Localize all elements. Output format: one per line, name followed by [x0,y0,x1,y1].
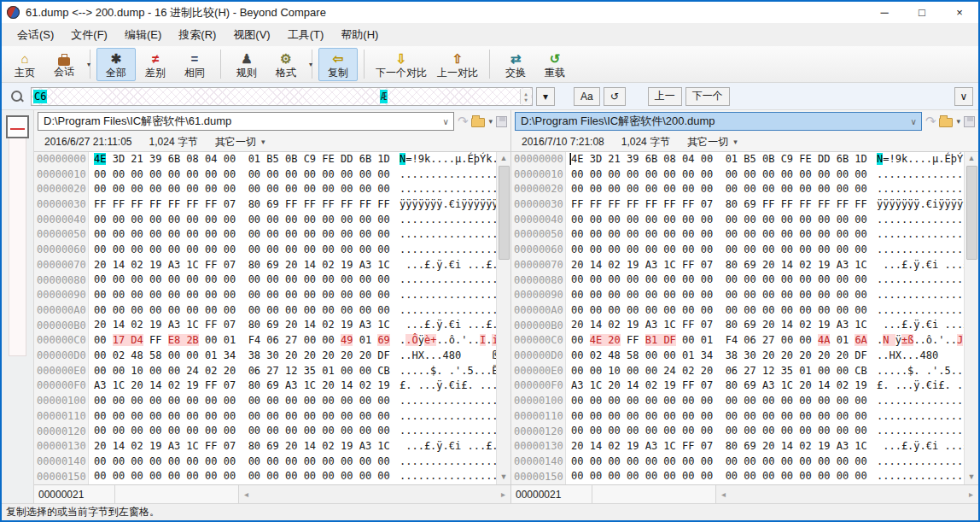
menu-item[interactable]: 视图(V) [225,24,278,46]
hex-row[interactable]: 20 14 02 19 A3 1C FF 07 80 69 20 14 02 1… [571,318,978,333]
hex-row[interactable]: 00 00 10 00 00 24 02 20 06 27 12 35 01 0… [571,364,978,379]
hex-row[interactable]: FF FF FF FF FF FF FF 07 80 69 FF FF FF F… [571,197,978,213]
session-button[interactable]: 会话▾ [44,48,84,81]
ascii-text[interactable]: .N ÿ±ß..ô.'..J.j [877,333,976,349]
home-button[interactable]: ⌂主页 [5,48,44,81]
hex-row[interactable]: 4E 3D 21 39 6B 08 04 00 01 B5 0B C9 FE D… [94,152,510,167]
chevron-down-icon[interactable]: ▾ [309,61,312,68]
ascii-text[interactable]: ...£.ÿ.€i ...£. [877,318,976,333]
ascii-text[interactable]: ...£.ÿ.€i ...£. [400,258,499,273]
hex-row[interactable]: 00 00 00 00 00 00 00 00 00 00 00 00 00 0… [571,288,978,303]
hex-bytes[interactable]: 00 00 00 00 00 00 00 00 00 00 00 00 00 0… [571,273,870,288]
ascii-text[interactable]: ................ [400,182,499,197]
scroll-left-icon[interactable]: ◂ [716,490,731,499]
ascii-text[interactable]: ..HX...480 ß [877,349,976,364]
match-case-button[interactable]: Aa [574,87,600,106]
hex-row[interactable]: 00 00 00 00 00 00 00 00 00 00 00 00 00 0… [94,469,510,484]
ascii-text[interactable]: ...£.ÿ.€i ...£. [877,439,976,455]
rules-button[interactable]: ♟规则 [227,48,266,81]
hex-bytes[interactable]: 20 14 02 19 A3 1C FF 07 80 69 20 14 02 1… [94,258,393,273]
folder-open-icon[interactable] [939,118,953,127]
hex-row[interactable]: 00 00 00 00 00 00 00 00 00 00 00 00 00 0… [571,243,978,258]
prev-diff-button[interactable]: ⇧上一对比 [432,48,483,81]
chevron-down-icon[interactable]: ∨ [911,117,917,126]
hex-bytes[interactable]: 00 17 D4 FF E8 2B 00 01 F4 06 27 00 00 4… [94,333,393,349]
menu-item[interactable]: 搜索(R) [170,24,225,46]
hex-row[interactable]: 00 00 00 00 00 00 00 00 00 00 00 00 00 0… [571,455,978,470]
left-horizontal-scrollbar[interactable]: ◂ ▸ [239,485,510,503]
hex-bytes[interactable]: 00 00 00 00 00 00 00 00 00 00 00 00 00 0… [94,409,393,425]
right-vertical-scrollbar[interactable]: ▲ ▼ [964,152,978,484]
ascii-text[interactable]: ................ [400,288,499,303]
hex-bytes[interactable]: 00 00 00 00 00 00 00 00 00 00 00 00 00 0… [571,167,870,183]
hex-bytes[interactable]: 00 00 00 00 00 00 00 00 00 00 00 00 00 0… [571,303,870,319]
hex-bytes[interactable]: 00 00 00 00 00 00 00 00 00 00 00 00 00 0… [571,243,870,258]
hex-row[interactable]: 20 14 02 19 A3 1C FF 07 80 69 20 14 02 1… [94,318,510,333]
hex-bytes[interactable]: 00 00 00 00 00 00 00 00 00 00 00 00 00 0… [94,227,393,243]
hex-bytes[interactable]: 00 00 00 00 00 00 00 00 00 00 00 00 00 0… [571,288,870,303]
hex-row[interactable]: 00 00 00 00 00 00 00 00 00 00 00 00 00 0… [571,167,978,183]
ascii-text[interactable]: ................ [877,455,976,470]
hex-row[interactable]: 00 00 00 00 00 00 00 00 00 00 00 00 00 0… [571,409,978,425]
ascii-text[interactable]: N=!9k....µ.ÉþÝk. [877,152,976,167]
hex-bytes[interactable]: 00 00 10 00 00 24 02 20 06 27 12 35 01 0… [94,364,393,379]
ascii-text[interactable]: .....$. .'.5...Ë [400,364,499,379]
hex-row[interactable]: 00 00 00 00 00 00 00 00 00 00 00 00 00 0… [94,167,510,183]
right-path-combo[interactable]: D:\Program Files\IC解密软件\200.dump ∨ [515,112,922,131]
copy-button[interactable]: ⇦复制 [318,48,358,81]
ascii-text[interactable]: .....$. .'.5...Ë [877,364,976,379]
menu-item[interactable]: 编辑(E) [116,24,170,46]
ascii-text[interactable]: ................ [400,424,499,439]
search-spinner[interactable]: ▲▼ [520,89,531,104]
hex-bytes[interactable]: 00 00 00 00 00 00 00 00 00 00 00 00 00 0… [94,167,393,183]
ascii-text[interactable]: ................ [400,455,499,470]
ascii-text[interactable]: ................ [400,213,499,228]
ascii-text[interactable]: N=!9k....µ.ÉþÝk. [400,152,499,167]
hex-bytes[interactable]: 4E 3D 21 39 6B 08 04 00 01 B5 0B C9 FE D… [571,152,870,167]
hex-row[interactable]: 20 14 02 19 A3 1C FF 07 80 69 20 14 02 1… [571,258,978,273]
ascii-text[interactable]: ................ [877,182,976,197]
menu-item[interactable]: 帮助(H) [332,24,387,46]
hex-row[interactable]: 00 00 00 00 00 00 00 00 00 00 00 00 00 0… [94,213,510,228]
hex-row[interactable]: 00 00 00 00 00 00 00 00 00 00 00 00 00 0… [94,273,510,288]
search-input[interactable]: C6 Æ ▲▼ [31,87,533,106]
hex-row[interactable]: 00 00 00 00 00 00 00 00 00 00 00 00 00 0… [94,227,510,243]
hex-row[interactable]: 00 00 00 00 00 00 00 00 00 00 00 00 00 0… [94,394,510,409]
folder-dropdown-icon[interactable]: ▾ [488,117,493,126]
hex-bytes[interactable]: 00 00 00 00 00 00 00 00 00 00 00 00 00 0… [94,182,393,197]
left-filter-dropdown[interactable]: 其它一切 ▾ [215,135,265,150]
hex-bytes[interactable]: 20 14 02 19 A3 1C FF 07 80 69 20 14 02 1… [94,439,393,455]
ascii-text[interactable]: ................ [877,243,976,258]
hex-bytes[interactable]: 00 00 00 00 00 00 00 00 00 00 00 00 00 0… [94,288,393,303]
scroll-down-icon[interactable]: ▼ [500,471,508,484]
scroll-right-icon[interactable]: ▸ [964,490,978,499]
scroll-up-icon[interactable]: ▲ [500,152,508,166]
all-button[interactable]: ✱全部 [96,48,136,81]
hex-bytes[interactable]: 20 14 02 19 A3 1C FF 07 80 69 20 14 02 1… [571,439,870,455]
format-button[interactable]: ⚙格式▾ [266,48,306,81]
hex-row[interactable]: 00 00 00 00 00 00 00 00 00 00 00 00 00 0… [94,182,510,197]
scroll-left-icon[interactable]: ◂ [239,490,254,499]
hex-bytes[interactable]: 00 00 00 00 00 00 00 00 00 00 00 00 00 0… [571,455,870,470]
hex-row[interactable]: 00 4E 20 FF B1 DF 00 01 F4 06 27 00 00 4… [571,333,978,349]
hex-bytes[interactable]: 00 00 10 00 00 24 02 20 06 27 12 35 01 0… [571,364,870,379]
ascii-text[interactable]: ...£.ÿ.€i ...£. [400,439,499,455]
ascii-text[interactable]: ..Ôÿè+..ô.'..I.i [400,333,499,349]
hex-bytes[interactable]: 20 14 02 19 A3 1C FF 07 80 69 20 14 02 1… [94,318,393,333]
scroll-down-icon[interactable]: ▼ [968,471,976,484]
right-filter-dropdown[interactable]: 其它一切 ▾ [687,135,738,150]
ascii-text[interactable]: £. ...ÿ.€i£. ... [877,378,976,394]
chevron-down-icon[interactable]: ▾ [87,61,90,68]
ascii-text[interactable]: ................ [877,409,976,425]
hex-bytes[interactable]: 00 00 00 00 00 00 00 00 00 00 00 00 00 0… [94,213,393,228]
swap-sides-icon[interactable]: ↷ [458,114,469,129]
ascii-text[interactable]: ................ [877,213,976,228]
hex-row[interactable]: 20 14 02 19 A3 1C FF 07 80 69 20 14 02 1… [571,439,978,455]
hex-bytes[interactable]: 00 02 48 58 00 00 01 34 38 30 20 20 20 2… [571,349,870,364]
hex-row[interactable]: 00 00 00 00 00 00 00 00 00 00 00 00 00 0… [94,424,510,439]
overview-strip[interactable] [9,138,26,356]
hex-bytes[interactable]: FF FF FF FF FF FF FF 07 80 69 FF FF FF F… [571,197,870,213]
ascii-text[interactable]: ................ [877,227,976,243]
ascii-text[interactable]: ................ [877,288,976,303]
ascii-text[interactable]: ...£.ÿ.€i ...£. [877,258,976,273]
